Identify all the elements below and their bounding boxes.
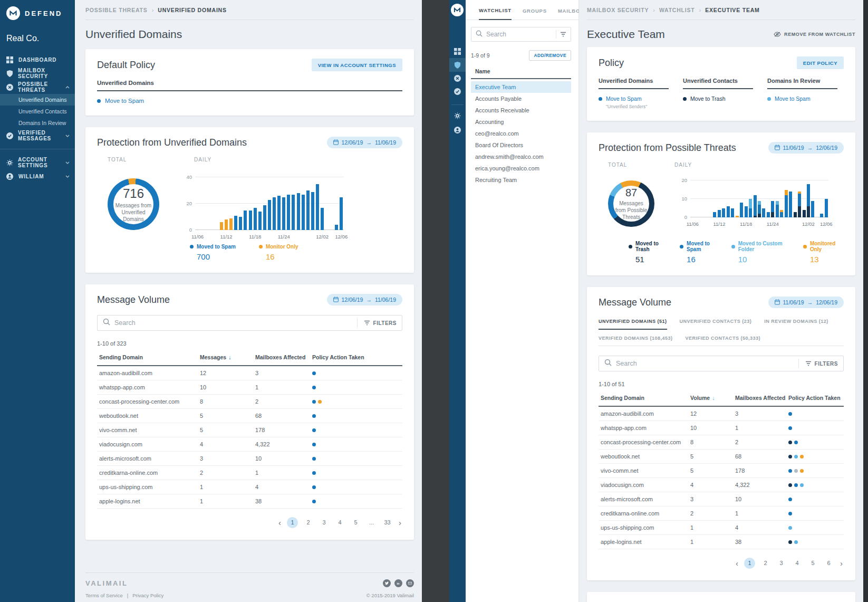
table-row[interactable]: apple-logins.net138 — [97, 494, 402, 509]
column-header[interactable]: Sending Domain — [99, 354, 200, 360]
view-in-account-settings-button[interactable]: VIEW IN ACCOUNT SETTINGS — [312, 59, 402, 71]
column-header[interactable]: Sending Domain — [601, 395, 690, 401]
rail-shield-icon-active[interactable] — [449, 58, 466, 72]
column-header-sorted[interactable]: Volume↓ — [690, 395, 735, 401]
breadcrumb-item[interactable]: WATCHLIST — [659, 7, 695, 13]
privacy-link[interactable]: Privacy Policy — [132, 593, 163, 598]
table-row[interactable]: whatspp-app.com101 — [97, 380, 402, 395]
sidebar-item-possible-threats[interactable]: POSSIBLE THREATS — [0, 80, 75, 94]
list-item[interactable]: Accounts Receivable — [471, 104, 571, 116]
table-row[interactable]: weboutlook.net568 — [97, 409, 402, 423]
linkedin-icon[interactable]: in — [394, 579, 402, 587]
list-item[interactable]: andrew.smith@realco.com — [471, 151, 571, 163]
sidebar-item-dashboard[interactable]: DASHBOARD — [0, 53, 75, 66]
edit-policy-button[interactable]: EDIT POLICY — [797, 56, 844, 69]
breadcrumb-item[interactable]: MAILBOX SECURITY — [587, 7, 649, 13]
table-row[interactable]: amazon-audibill.com123 — [97, 366, 402, 380]
tab-unverified-domains[interactable]: UNVERIFIED DOMAINS (51) — [599, 319, 667, 330]
sidebar-item-unverified-contacts[interactable]: Unverified Contacts — [0, 106, 75, 117]
brand[interactable]: DEFEND — [0, 0, 75, 20]
page-button[interactable]: 4 — [334, 517, 345, 528]
table-row[interactable]: whatspp-app.com101 — [599, 421, 844, 435]
table-row[interactable]: concast-processing-center.com82 — [97, 395, 402, 409]
search-input[interactable] — [616, 360, 794, 367]
column-header[interactable]: Mailboxes Affected — [255, 354, 312, 360]
table-row[interactable]: viadocusign.com44,322 — [97, 437, 402, 452]
date-range-badge[interactable]: 11/06/19 → 12/06/19 — [768, 297, 844, 308]
sidebar-item-verified-messages[interactable]: VERIFIED MESSAGES — [0, 129, 75, 142]
rail-check-circle-icon[interactable] — [449, 85, 466, 98]
table-row[interactable]: ups-us-shipping.com14 — [97, 480, 402, 494]
table-row[interactable]: amazon-audibill.com123 — [599, 407, 844, 421]
next-page-button[interactable]: › — [398, 518, 402, 527]
terms-link[interactable]: Terms of Service — [85, 593, 123, 598]
twitter-icon[interactable] — [383, 579, 391, 587]
table-row[interactable]: creditkarna-online.com21 — [599, 507, 844, 521]
page-button[interactable]: 4 — [792, 558, 803, 569]
table-row[interactable]: alerts-microsoft.com310 — [97, 452, 402, 466]
list-item[interactable]: ceo@realco.com — [471, 128, 571, 139]
breadcrumb-item[interactable]: POSSIBLE THREATS — [85, 7, 148, 13]
tab-in-review-domains[interactable]: IN REVIEW DOMAINS (12) — [764, 319, 828, 329]
table-row[interactable]: creditkarna-online.com21 — [97, 466, 402, 480]
page-button[interactable]: 3 — [319, 517, 330, 528]
page-button[interactable]: 2 — [303, 517, 314, 528]
tab-unverified-contacts[interactable]: UNVERIFIED CONTACTS (23) — [680, 319, 752, 329]
tab-watchlist[interactable]: WATCHLIST — [479, 7, 512, 20]
list-item[interactable]: Recruiting Team — [471, 174, 571, 186]
table-row[interactable]: weboutlook.net568 — [599, 450, 844, 464]
remove-from-watchlist-button[interactable]: REMOVE FROM WATCHLIST — [774, 32, 855, 37]
list-item[interactable]: Board Of Directors — [471, 139, 571, 151]
filter-icon[interactable] — [560, 32, 566, 37]
sidebar-item-user[interactable]: WILLIAM — [0, 169, 75, 183]
list-item[interactable]: Accounting — [471, 116, 571, 128]
page-button[interactable]: 5 — [350, 517, 361, 528]
column-header[interactable]: Policy Action Taken — [312, 354, 402, 360]
date-range-badge[interactable]: 11/06/19 → 12/06/19 — [768, 142, 844, 154]
search-input[interactable] — [114, 319, 353, 327]
add-remove-button[interactable]: ADD/REMOVE — [529, 50, 571, 61]
page-button[interactable]: 2 — [760, 558, 771, 569]
column-header-sorted[interactable]: Messages↓ — [200, 354, 255, 360]
list-item[interactable]: Accounts Payable — [471, 93, 571, 104]
policy-note: "Unverified Senders" — [599, 104, 669, 109]
column-header[interactable]: Policy Action Taken — [788, 395, 844, 401]
rail-gear-icon[interactable] — [449, 109, 466, 122]
filters-button[interactable]: FILTERS — [357, 318, 397, 328]
email-icon[interactable] — [406, 579, 414, 587]
page-button[interactable]: 6 — [823, 558, 834, 569]
filters-button[interactable]: FILTERS — [798, 359, 838, 368]
table-row[interactable]: alerts-microsoft.com310 — [599, 492, 844, 507]
list-item[interactable]: erica.young@realco.com — [471, 163, 571, 174]
table-row[interactable]: vivo-comm.net5178 — [97, 423, 402, 437]
table-row[interactable]: viadocusign.com44,322 — [599, 478, 844, 492]
prev-page-button[interactable]: ‹ — [735, 559, 739, 568]
sidebar-item-account-settings[interactable]: ACCOUNT SETTINGS — [0, 156, 75, 169]
page-button[interactable]: 1 — [744, 558, 755, 569]
tab-verified-contacts[interactable]: VERIFIED CONTACTS (50,333) — [686, 336, 760, 346]
sidebar-item-mailbox-security[interactable]: MAILBOX SECURITY — [0, 66, 75, 80]
page-button[interactable]: 5 — [807, 558, 818, 569]
page-button[interactable]: 1 — [287, 517, 298, 528]
date-range-badge[interactable]: 12/06/19 → 11/06/19 — [327, 294, 402, 305]
rail-dashboard-grid-icon[interactable] — [449, 45, 466, 58]
date-range-badge[interactable]: 12/06/19 → 11/06/19 — [327, 137, 402, 148]
next-page-button[interactable]: › — [839, 559, 844, 568]
rail-x-circle-icon[interactable] — [449, 72, 466, 84]
sidebar-item-unverified-domains[interactable]: Unverified Domains — [0, 94, 75, 106]
defend-logo-icon[interactable] — [451, 4, 464, 16]
sidebar-item-domains-in-review[interactable]: Domains In Review — [0, 117, 75, 129]
rail-person-icon[interactable] — [449, 123, 466, 136]
prev-page-button[interactable]: ‹ — [277, 518, 282, 527]
table-row[interactable]: vivo-comm.net5178 — [599, 464, 844, 478]
column-header[interactable]: Mailboxes Affected — [735, 395, 788, 401]
watchlist-search-input[interactable] — [486, 31, 552, 38]
table-row[interactable]: ups-us-shipping.com14 — [599, 521, 844, 535]
page-button[interactable]: 3 — [776, 558, 787, 569]
tab-groups[interactable]: GROUPS — [523, 8, 547, 20]
list-item[interactable]: Executive Team — [471, 81, 571, 93]
table-row[interactable]: apple-logins.net138 — [599, 535, 844, 549]
table-row[interactable]: concast-processing-center.com82 — [599, 435, 844, 450]
page-button[interactable]: 33 — [382, 517, 393, 528]
tab-verified-domains[interactable]: VERIFIED DOMAINS (108,453) — [599, 336, 673, 346]
